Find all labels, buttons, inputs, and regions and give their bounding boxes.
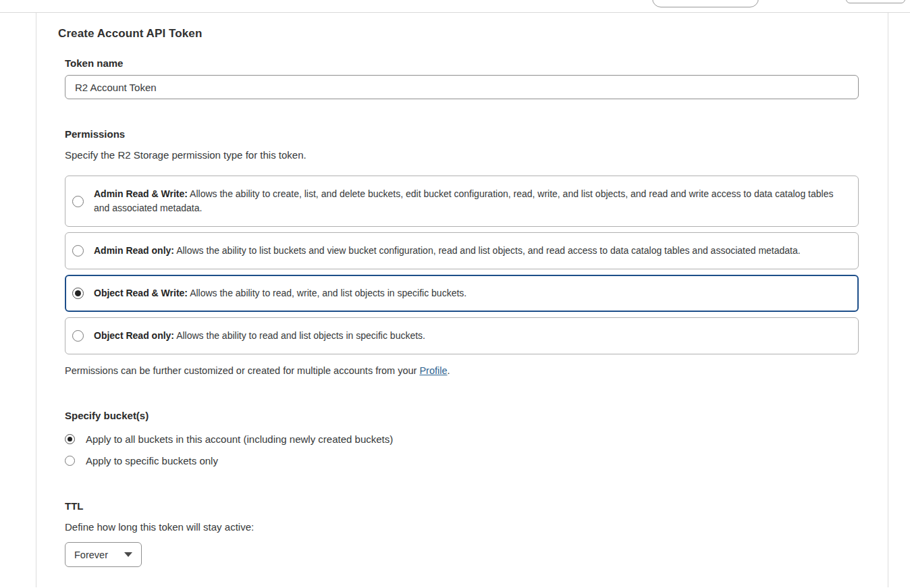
bucket-option-label: Apply to specific buckets only xyxy=(86,455,218,466)
radio-button[interactable] xyxy=(72,245,84,257)
bucket-option-label: Apply to all buckets in this account (in… xyxy=(86,433,393,445)
radio-button[interactable] xyxy=(72,196,84,207)
permission-option-description: Allows the ability to read and list obje… xyxy=(176,330,425,341)
ttl-select[interactable]: Forever xyxy=(65,542,142,567)
bucket-option-all-buckets[interactable]: Apply to all buckets in this account (in… xyxy=(65,433,888,445)
permission-option-object-read-only[interactable]: Object Read only: Allows the ability to … xyxy=(65,317,859,354)
radio-button[interactable] xyxy=(72,330,84,342)
buckets-section: Specify bucket(s) Apply to all buckets i… xyxy=(65,410,888,466)
radio-button[interactable] xyxy=(65,456,75,466)
create-token-form: Token name Permissions Specify the R2 St… xyxy=(65,57,888,567)
permissions-description: Specify the R2 Storage permission type f… xyxy=(65,149,888,161)
token-name-input[interactable] xyxy=(65,75,859,99)
toolbar-secondary-button[interactable] xyxy=(846,0,905,3)
permissions-footnote: Permissions can be further customized or… xyxy=(65,365,888,376)
profile-link[interactable]: Profile xyxy=(419,365,447,376)
permission-option-object-read-write[interactable]: Object Read & Write: Allows the ability … xyxy=(65,275,859,312)
ttl-heading: TTL xyxy=(65,500,888,512)
permission-option-title: Object Read & Write: xyxy=(94,288,188,298)
permission-options-list: Admin Read & Write: Allows the ability t… xyxy=(65,176,888,354)
radio-button[interactable] xyxy=(72,288,84,299)
ttl-section: TTL Define how long this token will stay… xyxy=(65,500,888,567)
permission-option-title: Object Read only: xyxy=(94,330,174,341)
permissions-section: Permissions Specify the R2 Storage permi… xyxy=(65,128,888,376)
permission-option-description: Allows the ability to read, write, and l… xyxy=(190,288,466,298)
ttl-description: Define how long this token will stay act… xyxy=(65,521,888,533)
chevron-down-icon xyxy=(124,552,132,557)
footnote-period: . xyxy=(448,365,450,376)
bucket-option-specific-buckets[interactable]: Apply to specific buckets only xyxy=(65,455,888,466)
permission-option-description: Allows the ability to create, list, and … xyxy=(94,188,833,213)
toolbar-pill-button[interactable] xyxy=(652,0,759,7)
token-name-section: Token name xyxy=(65,57,888,99)
permission-option-title: Admin Read only: xyxy=(94,245,174,256)
permission-option-admin-read-write[interactable]: Admin Read & Write: Allows the ability t… xyxy=(65,176,859,227)
permission-option-admin-read-only[interactable]: Admin Read only: Allows the ability to l… xyxy=(65,232,859,269)
permissions-heading: Permissions xyxy=(65,128,888,140)
permission-option-title: Admin Read & Write: xyxy=(94,188,188,199)
top-toolbar xyxy=(0,0,910,13)
token-name-label: Token name xyxy=(65,57,888,69)
footnote-text: Permissions can be further customized or… xyxy=(65,365,419,376)
radio-button[interactable] xyxy=(65,434,75,444)
permission-option-description: Allows the ability to list buckets and v… xyxy=(176,245,801,256)
create-token-panel: Create Account API Token Token name Perm… xyxy=(36,13,888,587)
page-title: Create Account API Token xyxy=(58,27,888,41)
ttl-selected-value: Forever xyxy=(74,550,108,560)
buckets-heading: Specify bucket(s) xyxy=(65,410,888,421)
